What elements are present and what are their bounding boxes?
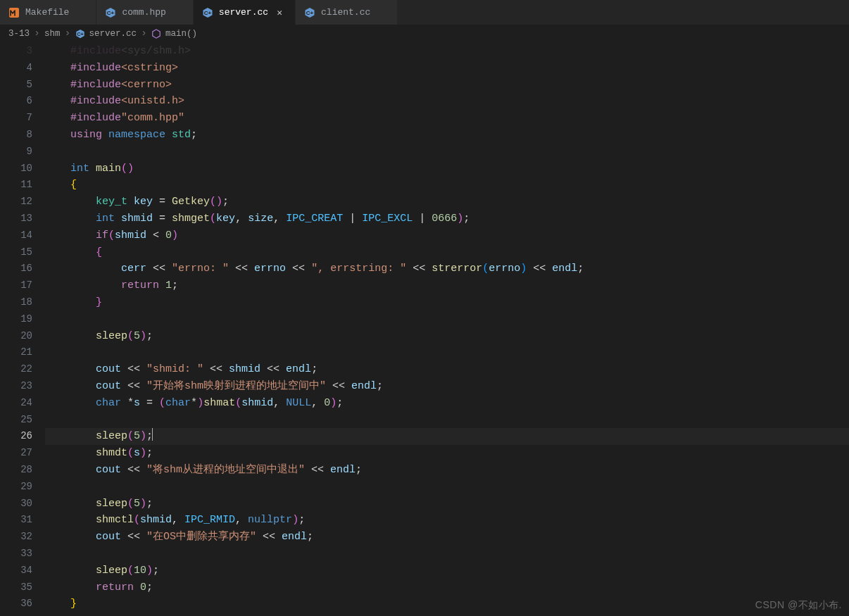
tab-makefile[interactable]: Makefile ✕: [0, 0, 96, 25]
line-number: 20: [0, 328, 32, 345]
line-number: 8: [0, 127, 32, 144]
code-line[interactable]: [45, 144, 849, 161]
code-line[interactable]: sleep(5);: [45, 496, 849, 513]
code-line[interactable]: [45, 546, 849, 562]
code-line[interactable]: return 0;: [45, 579, 849, 596]
cpp-icon: C+: [75, 29, 87, 39]
code-line[interactable]: {: [45, 244, 849, 261]
code-line[interactable]: [45, 412, 849, 429]
breadcrumb-segment[interactable]: shm: [44, 29, 61, 39]
line-number: 19: [0, 311, 32, 328]
line-number: 7: [0, 110, 32, 127]
tab-comm-hpp[interactable]: C+ comm.hpp ✕: [96, 0, 193, 25]
breadcrumb-segment[interactable]: 3-13: [8, 29, 30, 39]
code-line[interactable]: cout << "在OS中删除共享内存" << endl;: [45, 529, 849, 546]
line-number: 3: [0, 43, 32, 60]
line-number: 10: [0, 161, 32, 177]
code-line[interactable]: {: [45, 177, 849, 194]
svg-text:C+: C+: [77, 31, 83, 36]
line-number: 33: [0, 546, 32, 562]
chevron-right-icon: ›: [63, 28, 73, 39]
line-number: 31: [0, 512, 32, 529]
code-line[interactable]: [45, 344, 849, 361]
tab-client-cc[interactable]: C+ client.cc ✕: [296, 0, 398, 25]
line-number: 26: [0, 428, 32, 445]
code-line[interactable]: char *s = (char*)shmat(shmid, NULL, 0);: [45, 395, 849, 412]
code-line[interactable]: #include"comm.hpp": [45, 110, 849, 127]
line-number: 18: [0, 294, 32, 311]
tab-server-cc[interactable]: C+ server.cc ✕: [194, 0, 296, 25]
code-line[interactable]: int main(): [45, 161, 849, 177]
code-line[interactable]: if(shmid < 0): [45, 227, 849, 244]
line-number: 9: [0, 144, 32, 161]
line-number: 15: [0, 244, 32, 261]
chevron-right-icon: ›: [139, 28, 149, 39]
close-icon[interactable]: ✕: [274, 7, 285, 18]
breadcrumb-file[interactable]: server.cc: [89, 29, 137, 39]
watermark: CSDN @不如小布.: [755, 599, 842, 612]
text-cursor: [152, 428, 153, 441]
line-number: 14: [0, 227, 32, 244]
chevron-right-icon: ›: [32, 28, 42, 39]
line-number: 17: [0, 277, 32, 294]
code-line[interactable]: shmdt(s);: [45, 445, 849, 462]
breadcrumb-symbol[interactable]: main(): [165, 29, 197, 39]
line-number: 32: [0, 529, 32, 546]
code-line[interactable]: sleep(5);: [45, 328, 849, 345]
line-number: 22: [0, 361, 32, 378]
code-line[interactable]: cout << "将shm从进程的地址空间中退出" << endl;: [45, 462, 849, 479]
code-content[interactable]: #include<sys/shm.h> #include<cstring> #i…: [45, 42, 849, 616]
code-line[interactable]: return 1;: [45, 277, 849, 294]
line-number: 29: [0, 479, 32, 496]
line-number: 36: [0, 596, 32, 612]
tab-label: server.cc: [219, 7, 268, 18]
code-line[interactable]: sleep(10);: [45, 562, 849, 579]
code-line[interactable]: sleep(5);: [45, 428, 849, 445]
code-line[interactable]: }: [45, 596, 849, 612]
code-editor[interactable]: 3456789101112131415161718192021222324252…: [0, 42, 849, 616]
line-number: 24: [0, 395, 32, 412]
code-line[interactable]: #include<sys/shm.h>: [45, 43, 849, 60]
code-line[interactable]: cout << "shmid: " << shmid << endl;: [45, 361, 849, 378]
makefile-icon: [8, 7, 20, 18]
code-line[interactable]: shmctl(shmid, IPC_RMID, nullptr);: [45, 512, 849, 529]
line-number-gutter: 3456789101112131415161718192021222324252…: [0, 42, 45, 616]
line-number: 30: [0, 496, 32, 513]
symbol-method-icon: [151, 29, 163, 39]
line-number: 27: [0, 445, 32, 462]
cpp-icon: C+: [105, 7, 116, 18]
line-number: 16: [0, 260, 32, 277]
code-line[interactable]: #include<cerrno>: [45, 77, 849, 94]
line-number: 11: [0, 177, 32, 194]
code-line[interactable]: [45, 479, 849, 496]
code-line[interactable]: using namespace std;: [45, 127, 849, 144]
code-line[interactable]: cerr << "errno: " << errno << ", errstri…: [45, 260, 849, 277]
svg-text:C+: C+: [306, 10, 314, 16]
line-number: 13: [0, 210, 32, 227]
code-line[interactable]: }: [45, 294, 849, 311]
tab-bar: Makefile ✕ C+ comm.hpp ✕ C+ server.cc ✕ …: [0, 0, 849, 25]
line-number: 21: [0, 344, 32, 361]
code-line[interactable]: #include<cstring>: [45, 60, 849, 77]
line-number: 12: [0, 194, 32, 210]
code-line[interactable]: key_t key = Getkey();: [45, 194, 849, 210]
line-number: 25: [0, 412, 32, 429]
breadcrumb[interactable]: 3-13 › shm › C+ server.cc › main(): [0, 25, 849, 42]
cpp-icon: C+: [304, 7, 315, 18]
code-line[interactable]: [45, 311, 849, 328]
code-line[interactable]: #include<unistd.h>: [45, 93, 849, 110]
line-number: 28: [0, 462, 32, 479]
line-number: 34: [0, 562, 32, 579]
tab-label: Makefile: [25, 7, 69, 18]
svg-text:C+: C+: [204, 10, 212, 16]
tab-label: client.cc: [321, 7, 370, 18]
cpp-icon: C+: [202, 7, 213, 18]
line-number: 5: [0, 77, 32, 94]
code-line[interactable]: cout << "开始将shm映射到进程的地址空间中" << endl;: [45, 378, 849, 395]
code-line[interactable]: int shmid = shmget(key, size, IPC_CREAT …: [45, 210, 849, 227]
tab-label: comm.hpp: [122, 7, 165, 18]
line-number: 23: [0, 378, 32, 395]
line-number: 4: [0, 60, 32, 77]
svg-text:C+: C+: [107, 10, 115, 16]
line-number: 6: [0, 93, 32, 110]
